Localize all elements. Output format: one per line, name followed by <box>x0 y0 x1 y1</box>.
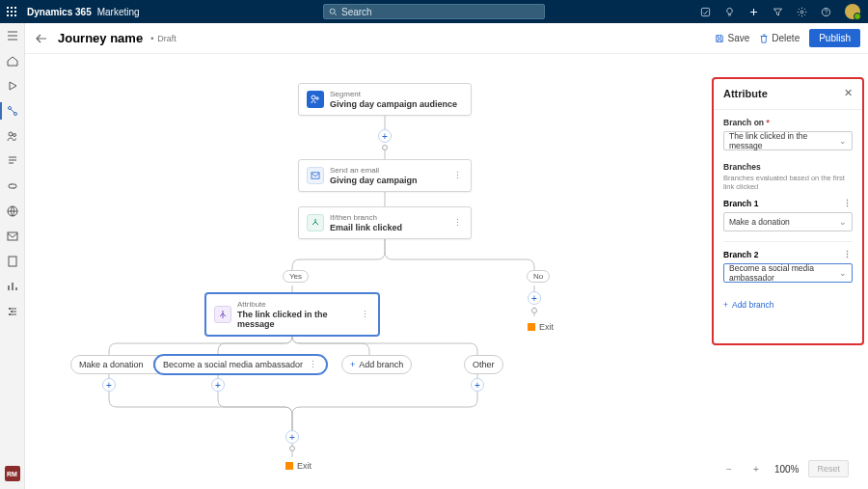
svg-rect-7 <box>11 14 13 16</box>
svg-rect-36 <box>312 173 319 178</box>
sidebar: RM <box>0 23 25 489</box>
menu-icon[interactable] <box>6 29 19 42</box>
close-icon[interactable]: ✕ <box>844 87 853 99</box>
template-icon[interactable] <box>6 255 19 268</box>
exit-label: Exit <box>528 322 554 332</box>
play-icon[interactable] <box>6 79 19 93</box>
add-step-button[interactable]: + <box>378 129 392 143</box>
save-icon <box>715 34 724 43</box>
trash-icon <box>759 34 769 43</box>
add-step-button[interactable]: + <box>102 378 116 392</box>
other-branch-pill[interactable]: Other <box>464 355 503 374</box>
pill-more-icon[interactable]: ⋮ <box>309 360 318 369</box>
svg-rect-4 <box>11 11 13 13</box>
connector-dot <box>382 145 388 150</box>
publish-button[interactable]: Publish <box>809 29 860 47</box>
linked-icon[interactable] <box>6 179 19 193</box>
node-more-icon[interactable]: ⋮ <box>355 310 370 319</box>
chart-icon[interactable] <box>6 280 19 293</box>
back-button[interactable] <box>33 30 50 47</box>
email-node[interactable]: Send an emailGiving day campaign ⋮ <box>298 159 472 192</box>
settings-icon[interactable] <box>6 305 19 318</box>
email-icon <box>307 167 324 184</box>
svg-rect-20 <box>9 257 16 266</box>
branch-on-select[interactable]: The link clicked in the message⌄ <box>723 131 853 150</box>
svg-point-23 <box>9 313 11 315</box>
branch-pill[interactable]: Make a donation⋮ <box>70 355 168 374</box>
zoom-controls: − + 100% Reset <box>720 460 849 477</box>
branch2-select[interactable]: Become a social media ambassador⌄ <box>723 263 853 283</box>
add-branch-button[interactable]: +Add branch <box>723 300 853 310</box>
search-icon <box>329 8 338 16</box>
node-more-icon[interactable]: ⋮ <box>448 218 463 228</box>
attribute-icon <box>214 306 231 323</box>
node-more-icon[interactable]: ⋮ <box>448 171 463 180</box>
no-label: No <box>527 270 550 283</box>
plus-icon: + <box>350 360 355 369</box>
journey-canvas[interactable]: SegmentGiving day campaign audience + Se… <box>25 54 868 489</box>
chevron-down-icon: ⌄ <box>839 217 847 227</box>
chevron-down-icon: ⌄ <box>839 268 847 278</box>
attribute-node[interactable]: AttributeThe link clicked in the message… <box>205 293 379 336</box>
home-icon[interactable] <box>6 54 19 68</box>
svg-point-34 <box>312 95 315 99</box>
branches-label: Branches <box>723 162 853 172</box>
zoom-value: 100% <box>774 464 800 475</box>
add-step-button[interactable]: + <box>211 378 225 392</box>
branch-pill[interactable]: Become a social media ambassador⋮ <box>154 355 327 374</box>
form-icon[interactable] <box>6 154 19 168</box>
svg-point-16 <box>9 132 13 136</box>
chevron-down-icon: ⌄ <box>839 136 847 146</box>
plus-icon: + <box>723 300 728 310</box>
avatar[interactable] <box>845 4 860 19</box>
branch-more-icon[interactable]: ⋮ <box>843 199 853 208</box>
gear-icon[interactable] <box>797 7 807 17</box>
delete-button[interactable]: Delete <box>759 33 800 43</box>
globe-icon[interactable] <box>6 204 19 218</box>
add-step-button[interactable]: + <box>528 291 541 305</box>
svg-rect-19 <box>8 232 17 240</box>
zoom-out-button[interactable]: − <box>720 460 738 477</box>
branch-more-icon[interactable]: ⋮ <box>843 250 853 259</box>
svg-rect-6 <box>7 14 9 16</box>
persona-badge[interactable]: RM <box>5 466 20 481</box>
assistant-icon[interactable] <box>700 7 711 17</box>
page-header: Journey name Draft Save Delete Publish <box>25 23 868 54</box>
segment-icon <box>307 91 324 108</box>
svg-rect-0 <box>7 7 9 9</box>
svg-rect-1 <box>11 7 13 9</box>
branches-sub: Branches evaluated based on the first li… <box>723 174 853 191</box>
svg-point-12 <box>800 11 803 14</box>
attribute-panel: Attribute ✕ Branch on * The link clicked… <box>712 77 864 345</box>
add-step-button[interactable]: + <box>471 378 484 392</box>
branch2-label: Branch 2 <box>723 250 758 259</box>
branch1-select[interactable]: Make a donation⌄ <box>723 212 853 231</box>
brand: Dynamics 365Marketing <box>23 7 140 17</box>
branch-icon <box>307 214 324 231</box>
svg-point-9 <box>330 9 335 14</box>
branch1-label: Branch 1 <box>723 199 758 208</box>
flag-icon <box>528 323 535 331</box>
audience-icon[interactable] <box>6 129 19 143</box>
svg-rect-11 <box>701 8 709 15</box>
search-input[interactable]: Search <box>323 4 545 19</box>
svg-rect-2 <box>14 7 16 9</box>
page-title: Journey name <box>58 31 143 45</box>
save-button[interactable]: Save <box>715 33 749 43</box>
add-step-button[interactable]: + <box>285 430 299 444</box>
ifthen-node[interactable]: If/then branchEmail link clicked ⋮ <box>298 206 472 239</box>
help-icon[interactable] <box>821 7 831 17</box>
svg-rect-8 <box>14 14 16 16</box>
connector-dot <box>289 446 295 451</box>
journey-icon[interactable] <box>6 104 19 118</box>
segment-node[interactable]: SegmentGiving day campaign audience <box>298 83 472 116</box>
add-branch-pill[interactable]: +Add branch <box>341 355 412 374</box>
email-icon[interactable] <box>6 230 19 243</box>
zoom-in-button[interactable]: + <box>747 460 765 477</box>
filter-icon[interactable] <box>773 7 783 17</box>
yes-label: Yes <box>283 270 309 283</box>
zoom-reset-button[interactable]: Reset <box>808 460 849 477</box>
app-launcher-icon[interactable] <box>0 7 23 16</box>
lightbulb-icon[interactable] <box>724 7 735 17</box>
plus-icon[interactable] <box>748 7 759 17</box>
